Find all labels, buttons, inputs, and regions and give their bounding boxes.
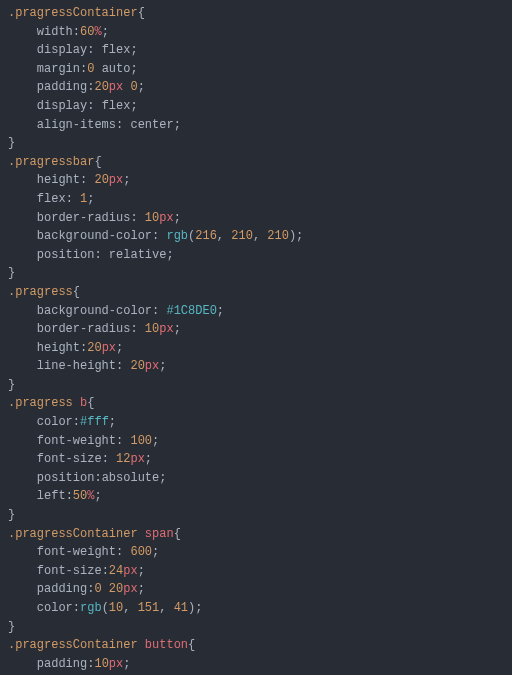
token-prop: flex — [37, 192, 66, 206]
code-line[interactable]: padding:10px; — [8, 655, 512, 674]
token-punc: ; — [195, 601, 202, 615]
code-line[interactable]: position: relative; — [8, 246, 512, 265]
code-line[interactable]: flex: 1; — [8, 190, 512, 209]
token-num: 20 — [94, 173, 108, 187]
token-val — [102, 582, 109, 596]
token-tag: button — [145, 638, 188, 652]
token-func: rgb — [80, 601, 102, 615]
code-line[interactable]: background-color: #1C8DE0; — [8, 302, 512, 321]
token-punc: ; — [296, 229, 303, 243]
code-line[interactable]: padding:0 20px; — [8, 580, 512, 599]
token-punc: : — [94, 248, 108, 262]
token-punc: : — [66, 192, 80, 206]
token-punc: : — [73, 25, 80, 39]
code-line[interactable]: color:rgb(10, 151, 41); — [8, 599, 512, 618]
token-punc: : — [73, 415, 80, 429]
code-line[interactable]: font-weight: 600; — [8, 543, 512, 562]
token-comma: , — [159, 601, 173, 615]
code-line[interactable]: line-height: 20px; — [8, 357, 512, 376]
code-line[interactable]: height:20px; — [8, 339, 512, 358]
token-num: 100 — [130, 434, 152, 448]
token-punc: : — [102, 452, 116, 466]
token-num: 10 — [145, 322, 159, 336]
token-punc: } — [8, 620, 15, 634]
token-tag: span — [145, 527, 174, 541]
token-punc: ; — [116, 341, 123, 355]
token-prop: color — [37, 601, 73, 615]
code-line[interactable]: .pragressContainer span{ — [8, 525, 512, 544]
code-line[interactable]: font-size: 12px; — [8, 450, 512, 469]
token-punc: : — [116, 434, 130, 448]
token-punc: ; — [138, 582, 145, 596]
token-prop: display — [37, 99, 87, 113]
token-punc: : — [152, 304, 166, 318]
code-line[interactable]: .pragressContainer button{ — [8, 636, 512, 655]
token-prop: display — [37, 43, 87, 57]
code-line[interactable]: width:60%; — [8, 23, 512, 42]
token-sel: .pragress — [8, 285, 73, 299]
token-func: rgb — [166, 229, 188, 243]
token-punc: { — [87, 396, 94, 410]
token-punc: ; — [102, 25, 109, 39]
token-unit: px — [123, 582, 137, 596]
token-num: 210 — [231, 229, 253, 243]
code-line[interactable]: border-radius: 10px; — [8, 209, 512, 228]
code-line[interactable]: } — [8, 506, 512, 525]
token-prop: padding — [37, 582, 87, 596]
token-unit: px — [109, 173, 123, 187]
code-line[interactable]: align-items: center; — [8, 116, 512, 135]
code-line[interactable]: padding:20px 0; — [8, 78, 512, 97]
token-num: 20 — [109, 582, 123, 596]
token-punc: : — [87, 99, 101, 113]
code-line[interactable]: position:absolute; — [8, 469, 512, 488]
token-punc: ; — [130, 62, 137, 76]
token-unit: px — [109, 80, 123, 94]
code-line[interactable]: font-weight: 100; — [8, 432, 512, 451]
code-line[interactable]: } — [8, 618, 512, 637]
code-line[interactable]: .pragressbar{ — [8, 153, 512, 172]
token-unit: % — [94, 25, 101, 39]
token-num: 0 — [130, 80, 137, 94]
token-prop: width — [37, 25, 73, 39]
token-val: auto — [94, 62, 130, 76]
code-line[interactable]: border-radius: 10px; — [8, 320, 512, 339]
token-comma: , — [123, 601, 137, 615]
code-line[interactable]: background-color: rgb(216, 210, 210); — [8, 227, 512, 246]
token-punc: : — [80, 173, 94, 187]
code-line[interactable]: .pragress{ — [8, 283, 512, 302]
code-line[interactable]: .pragressContainer{ — [8, 4, 512, 23]
token-punc: } — [8, 266, 15, 280]
token-punc: : — [87, 43, 101, 57]
code-line[interactable]: margin:0 auto; — [8, 60, 512, 79]
code-line[interactable]: } — [8, 376, 512, 395]
code-line[interactable]: } — [8, 264, 512, 283]
token-punc: ; — [152, 434, 159, 448]
token-num: 151 — [138, 601, 160, 615]
code-line[interactable]: font-size:24px; — [8, 562, 512, 581]
token-prop: margin — [37, 62, 80, 76]
code-line[interactable]: height: 20px; — [8, 171, 512, 190]
code-line[interactable]: } — [8, 134, 512, 153]
code-line[interactable]: display: flex; — [8, 41, 512, 60]
token-num: 60 — [80, 25, 94, 39]
token-punc: : — [130, 211, 144, 225]
code-line[interactable]: color:#fff; — [8, 413, 512, 432]
code-editor[interactable]: .pragressContainer{ width:60%; display: … — [0, 0, 512, 675]
token-num: 12 — [116, 452, 130, 466]
token-prop: padding — [37, 657, 87, 671]
token-punc: ; — [174, 322, 181, 336]
code-line[interactable]: left:50%; — [8, 487, 512, 506]
token-comma: , — [217, 229, 231, 243]
token-prop: border-radius — [37, 322, 131, 336]
token-prop: background-color — [37, 304, 152, 318]
token-punc: : — [94, 471, 101, 485]
token-punc: { — [73, 285, 80, 299]
code-line[interactable]: .pragress b{ — [8, 394, 512, 413]
token-punc: ; — [152, 545, 159, 559]
code-line[interactable]: display: flex; — [8, 97, 512, 116]
token-unit: px — [159, 211, 173, 225]
token-val: relative — [109, 248, 167, 262]
token-punc: : — [116, 545, 130, 559]
token-prop: font-size — [37, 452, 102, 466]
token-punc: ; — [174, 118, 181, 132]
